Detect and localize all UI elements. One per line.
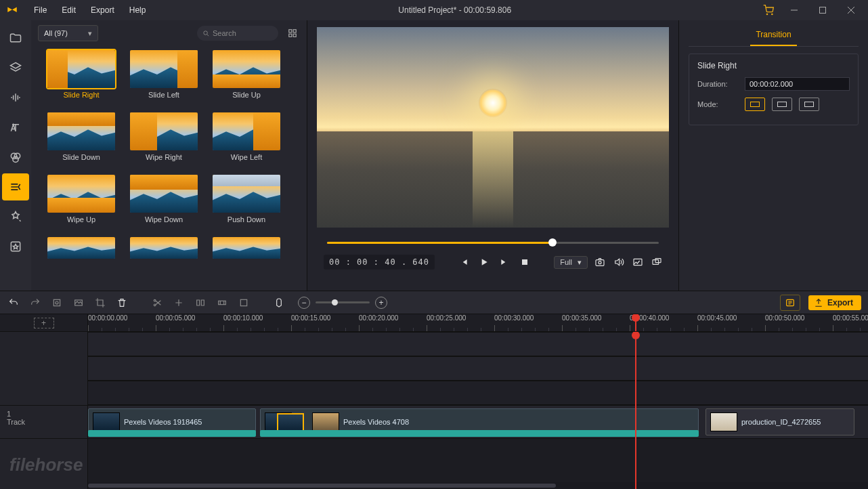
sidebar-filters-icon[interactable] bbox=[2, 144, 29, 171]
transition-marker[interactable] bbox=[277, 413, 304, 432]
sidebar-transitions-icon[interactable] bbox=[2, 173, 29, 200]
timeline: filehorse + 00:00:00.00000:00:05.00000:0… bbox=[0, 314, 868, 489]
zoom-slider[interactable] bbox=[316, 301, 370, 303]
aspect-dropdown[interactable]: Full▾ bbox=[554, 256, 588, 269]
search-input[interactable]: Search bbox=[197, 26, 278, 41]
sidebar-layers-icon[interactable] bbox=[2, 54, 29, 81]
playhead[interactable] bbox=[635, 314, 636, 331]
svg-point-14 bbox=[599, 261, 601, 264]
snapshot-icon[interactable] bbox=[594, 257, 605, 268]
transition-item[interactable] bbox=[45, 237, 118, 259]
cart-icon[interactable] bbox=[757, 5, 780, 16]
transition-push-down[interactable]: Push Down bbox=[210, 175, 283, 224]
zoom-out-button[interactable]: − bbox=[298, 297, 310, 309]
transition-item[interactable] bbox=[127, 237, 200, 259]
transition-wipe-down[interactable]: Wipe Down bbox=[127, 175, 200, 224]
transition-wipe-up[interactable]: Wipe Up bbox=[45, 175, 118, 224]
sidebar-media-icon[interactable] bbox=[2, 24, 29, 51]
tool-icon[interactable] bbox=[172, 296, 186, 310]
stop-button[interactable] bbox=[519, 257, 530, 268]
tab-transition[interactable]: Transition bbox=[750, 27, 796, 46]
tool-sidebar bbox=[0, 20, 31, 291]
duration-input[interactable]: 00:00:02.000 bbox=[745, 77, 850, 91]
duration-label: Duration: bbox=[697, 80, 745, 88]
ruler-tick: 00:00:00.000 bbox=[88, 314, 127, 331]
transition-slide-down[interactable]: Slide Down bbox=[45, 112, 118, 161]
maximize-button[interactable] bbox=[808, 1, 837, 20]
tracks-body[interactable]: Pexels Videos 1918465 Pexels Videos 4708… bbox=[88, 332, 868, 489]
track-header[interactable]: 1 Track bbox=[0, 405, 87, 439]
mode-overlap[interactable] bbox=[745, 98, 765, 111]
tool-icon[interactable] bbox=[194, 296, 207, 310]
library-filter-dropdown[interactable]: All (97) ▾ bbox=[38, 25, 98, 41]
marker-icon[interactable] bbox=[272, 296, 286, 310]
mode-suffix[interactable] bbox=[799, 98, 819, 111]
transition-grid: Slide Right Slide Left Slide Up Slide Do… bbox=[31, 46, 307, 291]
detach-icon[interactable] bbox=[651, 257, 662, 268]
timeline-ruler[interactable]: 00:00:00.00000:00:05.00000:00:10.00000:0… bbox=[88, 314, 868, 331]
transition-item[interactable] bbox=[210, 237, 283, 259]
app-logo-icon bbox=[3, 1, 22, 20]
prev-frame-button[interactable] bbox=[458, 257, 469, 268]
tracks-gutter: 1 Track bbox=[0, 332, 88, 489]
inspector-panel: Transition Slide Right Duration: 00:00:0… bbox=[678, 20, 868, 291]
next-frame-button[interactable] bbox=[499, 257, 510, 268]
clip-2-audio[interactable] bbox=[260, 430, 699, 437]
close-button[interactable] bbox=[837, 1, 865, 20]
svg-rect-23 bbox=[219, 301, 226, 304]
tool-icon[interactable] bbox=[237, 296, 251, 310]
ruler-tick: 00:00:20.000 bbox=[359, 314, 398, 331]
mode-label: Mode: bbox=[697, 100, 745, 108]
play-button[interactable] bbox=[479, 257, 490, 268]
menu-file[interactable]: File bbox=[27, 3, 53, 18]
preview-viewport[interactable] bbox=[317, 27, 669, 228]
ruler-tick: 00:00:50.000 bbox=[765, 314, 804, 331]
preview-panel: 00 : 00 : 40 . 640 Full▾ bbox=[307, 20, 678, 291]
sidebar-text-icon[interactable] bbox=[2, 114, 29, 141]
undo-icon[interactable] bbox=[7, 296, 20, 310]
clip-3[interactable]: production_ID_4272655 bbox=[706, 408, 854, 435]
svg-rect-10 bbox=[289, 34, 292, 37]
crop-icon[interactable] bbox=[93, 296, 107, 310]
tool-icon[interactable] bbox=[50, 296, 64, 310]
clip-1-audio[interactable] bbox=[88, 430, 256, 437]
tool-icon[interactable] bbox=[215, 296, 229, 310]
grid-view-icon[interactable] bbox=[285, 26, 300, 41]
ruler-tick: 00:00:45.000 bbox=[697, 314, 737, 331]
minimize-button[interactable] bbox=[780, 1, 808, 20]
export-button[interactable]: Export bbox=[808, 295, 861, 310]
delete-icon[interactable] bbox=[115, 296, 129, 310]
transition-wipe-right[interactable]: Wipe Right bbox=[127, 112, 200, 161]
svg-point-19 bbox=[56, 301, 58, 304]
tool-icon[interactable] bbox=[72, 296, 85, 310]
sidebar-audio-icon[interactable] bbox=[2, 84, 29, 111]
zoom-in-button[interactable]: + bbox=[375, 297, 387, 309]
main-menu: File Edit Export Help bbox=[27, 3, 152, 18]
fullscreen-icon[interactable] bbox=[632, 257, 643, 268]
mode-prefix[interactable] bbox=[772, 98, 792, 111]
ruler-tick: 00:00:15.000 bbox=[291, 314, 330, 331]
chevron-down-icon: ▾ bbox=[88, 29, 92, 38]
transition-slide-up[interactable]: Slide Up bbox=[210, 50, 283, 99]
search-placeholder: Search bbox=[213, 29, 236, 37]
svg-point-4 bbox=[14, 153, 20, 158]
add-track-button[interactable]: + bbox=[34, 318, 54, 328]
menu-help[interactable]: Help bbox=[123, 3, 153, 18]
volume-icon[interactable] bbox=[613, 257, 624, 268]
sidebar-elements-icon[interactable] bbox=[2, 203, 29, 230]
svg-rect-2 bbox=[820, 7, 826, 14]
svg-rect-15 bbox=[634, 259, 642, 265]
sidebar-favorites-icon[interactable] bbox=[2, 233, 29, 260]
redo-icon[interactable] bbox=[28, 296, 42, 310]
playhead-line[interactable] bbox=[635, 332, 636, 489]
timeline-h-scrollbar[interactable] bbox=[88, 482, 868, 489]
split-icon[interactable] bbox=[150, 296, 164, 310]
window-controls bbox=[780, 1, 865, 20]
transition-slide-right[interactable]: Slide Right bbox=[45, 50, 118, 99]
transition-wipe-left[interactable]: Wipe Left bbox=[210, 112, 283, 161]
transition-slide-left[interactable]: Slide Left bbox=[127, 50, 200, 99]
menu-edit[interactable]: Edit bbox=[55, 3, 83, 18]
render-icon[interactable] bbox=[780, 295, 800, 311]
preview-scrubber[interactable] bbox=[327, 233, 659, 252]
menu-export[interactable]: Export bbox=[84, 3, 121, 18]
